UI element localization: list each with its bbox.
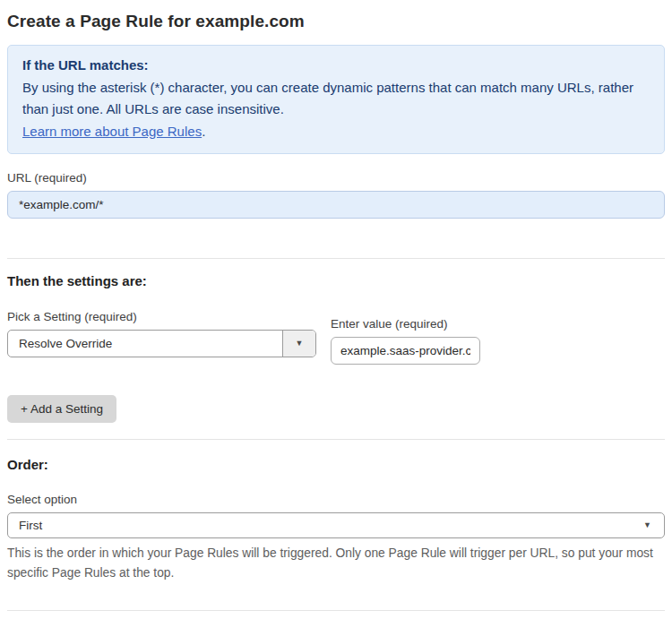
settings-section-heading: Then the settings are:	[7, 273, 665, 288]
info-box-body: By using the asterisk (*) character, you…	[22, 77, 650, 121]
chevron-down-icon: ▼	[296, 340, 304, 348]
footer-divider	[7, 610, 665, 611]
learn-more-link[interactable]: Learn more about Page Rules	[22, 124, 202, 139]
setting-value-input[interactable]	[331, 337, 480, 365]
setting-select-value: Resolve Override	[8, 331, 282, 357]
url-field-label: URL (required)	[7, 171, 665, 185]
info-box-link-line: Learn more about Page Rules.	[22, 121, 650, 143]
order-select[interactable]: First ▼	[7, 512, 665, 538]
page-title: Create a Page Rule for example.com	[7, 0, 665, 31]
setting-select[interactable]: Resolve Override ▼	[7, 330, 316, 357]
order-section-heading: Order:	[7, 457, 665, 472]
section-divider	[7, 439, 665, 440]
order-help-text: This is the order in which your Page Rul…	[7, 544, 665, 583]
setting-select-arrow-button[interactable]: ▼	[282, 331, 315, 357]
section-divider	[7, 258, 665, 259]
enter-value-label: Enter value (required)	[331, 317, 480, 331]
enter-value-column: Enter value (required)	[331, 310, 480, 365]
link-period: .	[202, 124, 205, 139]
add-setting-button[interactable]: + Add a Setting	[7, 395, 116, 423]
chevron-down-icon: ▼	[643, 521, 651, 529]
url-match-info-box: If the URL matches: By using the asteris…	[7, 45, 665, 154]
page-rule-form: Create a Page Rule for example.com If th…	[0, 0, 672, 619]
info-box-heading: If the URL matches:	[22, 55, 650, 77]
order-select-label: Select option	[7, 493, 665, 506]
url-input[interactable]	[7, 191, 665, 219]
setting-row: Pick a Setting (required) Resolve Overri…	[7, 310, 665, 365]
pick-setting-label: Pick a Setting (required)	[7, 310, 316, 323]
pick-setting-column: Pick a Setting (required) Resolve Overri…	[7, 310, 316, 365]
order-select-value: First	[19, 519, 643, 532]
